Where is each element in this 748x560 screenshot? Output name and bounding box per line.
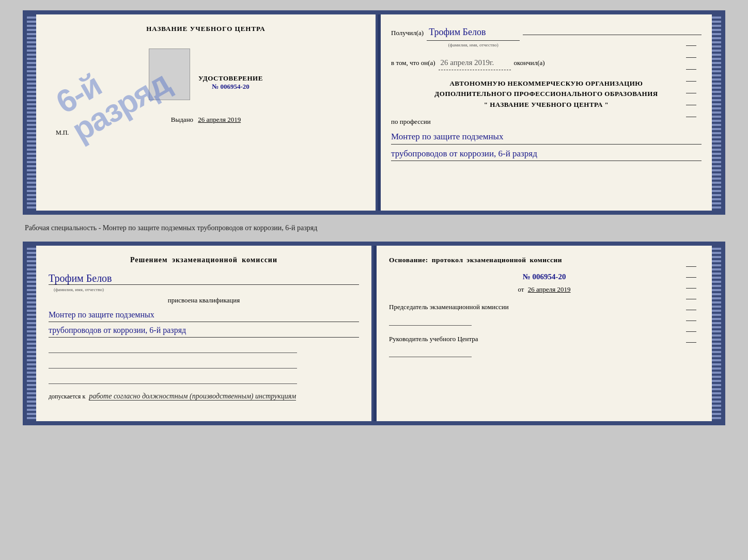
middle-label-text: Рабочая специальность - Монтер по защите… — [25, 224, 317, 232]
allowed-prefix: допускается к — [49, 393, 85, 400]
dash-1 — [686, 45, 696, 46]
profession-line1: Монтер по защите подземных — [391, 130, 702, 144]
dash-3 — [686, 69, 696, 70]
allowed-value: работе согласно должностным (производств… — [89, 392, 296, 401]
sig-line-1 — [49, 341, 297, 353]
cert-number: № 006954-20 — [198, 83, 263, 91]
dash-5 — [686, 93, 696, 93]
institution-title: НАЗВАНИЕ УЧЕБНОГО ЦЕНТРА — [146, 25, 266, 33]
received-line: Получил(а) Трофим Белов (фамилия, имя, о… — [391, 24, 702, 50]
lower-name-label: (фамилия, имя, отчество) — [54, 287, 359, 292]
qual-line1: Монтер по защите подземных — [49, 308, 359, 322]
person-name-block: Трофим Белов — [49, 273, 359, 285]
org-block: АВТОНОМНУЮ НЕКОММЕРЧЕСКУЮ ОРГАНИЗАЦИЮ ДО… — [391, 78, 702, 110]
qual-line2: трубопроводов от коррозии, 6-й разряд — [49, 323, 359, 338]
dash-7 — [686, 117, 696, 117]
right-binding-strip — [712, 14, 721, 211]
cert-title: УДОСТОВЕРЕНИЕ — [198, 74, 263, 83]
lower-dash-2 — [686, 277, 696, 278]
upper-document: НАЗВАНИЕ УЧЕБНОГО ЦЕНТРА 6-й разряд УДОС… — [23, 10, 725, 215]
lower-document: Решением экзаменационной комиссии Трофим… — [23, 242, 725, 425]
chair-block: Председатель экзаменационной комиссии — [389, 302, 699, 326]
right-decorative-dashes — [686, 45, 696, 117]
sig-line-2 — [49, 356, 297, 369]
lower-dash-6 — [686, 321, 696, 321]
completed-suffix: окончил(а) — [514, 57, 545, 69]
issued-date-value: 26 апреля 2019 — [198, 116, 241, 123]
profession-line2: трубопроводов от коррозии, 6-й разряд — [391, 147, 702, 161]
upper-left-panel: НАЗВАНИЕ УЧЕБНОГО ЦЕНТРА 6-й разряд УДОС… — [36, 14, 378, 211]
lower-dash-7 — [686, 331, 696, 332]
protocol-date-prefix: от — [518, 285, 524, 293]
left-binding-strip — [27, 14, 36, 211]
issued-label: Выдано — [171, 116, 193, 123]
name-label: (фамилия, имя, отчество) — [448, 41, 498, 49]
lower-right-decorative-dashes — [686, 266, 696, 343]
completed-date: 26 апреля 2019г. — [439, 56, 511, 70]
allowed-text: допускается к работе согласно должностны… — [49, 392, 359, 401]
lower-dash-8 — [686, 342, 696, 343]
edu-head-sig-line — [389, 346, 472, 357]
org-line2: ДОПОЛНИТЕЛЬНОГО ПРОФЕССИОНАЛЬНОГО ОБРАЗО… — [391, 89, 702, 100]
lower-dash-4 — [686, 299, 696, 299]
upper-right-panel: Получил(а) Трофим Белов (фамилия, имя, о… — [381, 14, 712, 211]
completed-prefix: в том, что он(а) — [391, 57, 435, 69]
received-prefix: Получил(а) — [391, 27, 424, 39]
basis-title: Основание: протокол экзаменационной коми… — [389, 256, 699, 264]
completed-line: в том, что он(а) 26 апреля 2019г. окончи… — [391, 56, 702, 70]
commission-title: Решением экзаменационной комиссии — [49, 256, 359, 264]
lower-dash-3 — [686, 288, 696, 289]
protocol-date: от 26 апреля 2019 — [389, 285, 699, 294]
assigned-text: присвоена квалификация — [49, 296, 359, 305]
sig-line-3 — [49, 372, 297, 384]
mp-label: М.П. — [56, 129, 69, 137]
lower-right-panel: Основание: протокол экзаменационной коми… — [377, 246, 712, 421]
photo-placeholder — [149, 49, 190, 100]
lower-right-binding-strip — [712, 246, 721, 421]
lower-left-binding-strip — [27, 246, 36, 421]
issued-date: Выдано 26 апреля 2019 — [171, 116, 241, 124]
lower-left-panel: Решением экзаменационной комиссии Трофим… — [36, 246, 373, 421]
lower-dash-1 — [686, 266, 696, 267]
org-line3: " НАЗВАНИЕ УЧЕБНОГО ЦЕНТРА " — [391, 100, 702, 110]
chair-sig-line — [389, 314, 472, 326]
profession-label: по профессии — [391, 116, 702, 127]
recipient-name: Трофим Белов — [427, 24, 520, 41]
lower-person-name: Трофим Белов — [49, 273, 112, 284]
dash-4 — [686, 81, 696, 82]
edu-head-title: Руководитель учебного Центра — [389, 334, 699, 344]
chair-title: Председатель экзаменационной комиссии — [389, 302, 699, 312]
org-line1: АВТОНОМНУЮ НЕКОММЕРЧЕСКУЮ ОРГАНИЗАЦИЮ — [391, 78, 702, 89]
middle-label: Рабочая специальность - Монтер по защите… — [23, 220, 725, 236]
name-dash — [523, 35, 702, 35]
dash-2 — [686, 57, 696, 58]
protocol-date-value: 26 апреля 2019 — [528, 285, 571, 293]
edu-head-block: Руководитель учебного Центра — [389, 334, 699, 358]
lower-dash-5 — [686, 310, 696, 310]
dash-6 — [686, 105, 696, 105]
protocol-number: № 006954-20 — [389, 273, 699, 281]
